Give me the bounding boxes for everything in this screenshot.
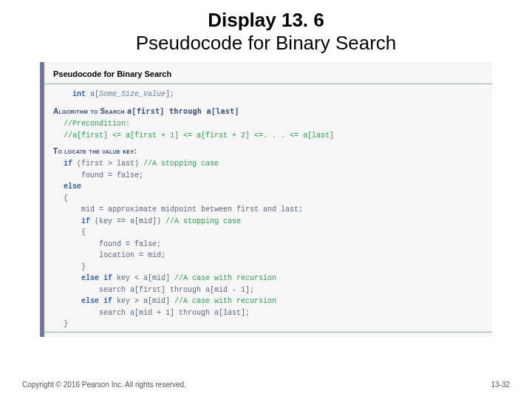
l-loc: location = mid;: [64, 251, 166, 259]
code-decl: int a[Some_Size_Value];: [53, 89, 492, 100]
l-ob2: {: [64, 228, 86, 236]
title-line1: Display 13. 6: [22, 9, 510, 32]
cm-stop2: //A stopping case: [166, 217, 241, 225]
algo-header: Algorithm to Search a[first] through a[l…: [53, 107, 239, 115]
decl-section: int a[Some_Size_Value];: [44, 84, 492, 102]
precond-block: //Precondition: //a[first] <= a[first + …: [44, 118, 492, 141]
cm-stop1: //A stopping case: [143, 160, 219, 168]
algo-header-code: a[first] through a[last]: [127, 107, 239, 115]
precond-line1: //Precondition:: [64, 120, 130, 128]
algo-header-section: Algorithm to Search a[first] through a[l…: [44, 101, 492, 118]
l-found1: found = false;: [64, 171, 143, 180]
figure-caption: Pseudocode for Binary Search: [44, 66, 492, 84]
l-cb: }: [64, 320, 68, 328]
cm-rec2: //A case with recursion: [174, 297, 276, 305]
copyright-footer: Copyright © 2016 Pearson Inc. All rights…: [22, 381, 186, 389]
l-mid: mid = approximate midpoint between first…: [64, 205, 303, 214]
title-block: Display 13. 6 Pseudocode for Binary Sear…: [22, 9, 510, 55]
slide: Display 13. 6 Pseudocode for Binary Sear…: [0, 0, 532, 399]
l-found2: found = false;: [64, 240, 161, 248]
precond-line2: //a[first] <= a[first + 1] <= a[first + …: [64, 132, 334, 140]
figure-rule: [44, 332, 492, 332]
l-s1: search a[first] through a[mid - 1];: [64, 286, 254, 294]
locate-header-section: To locate the value key:: [44, 141, 492, 158]
code-body: if (first > last) //A stopping case foun…: [44, 158, 492, 330]
page-number: 13-32: [491, 381, 510, 389]
l-cb2: }: [64, 263, 86, 271]
pseudocode-figure: Pseudocode for Binary Search int a[Some_…: [40, 62, 492, 337]
title-line2: Pseudocode for Binary Search: [22, 32, 510, 55]
l-s2: search a[mid + 1] through a[last];: [64, 309, 250, 317]
l-else: else: [64, 183, 81, 191]
locate-header: To locate the value key:: [53, 147, 137, 155]
l-ob: {: [64, 194, 68, 202]
cm-rec1: //A case with recursion: [174, 274, 276, 282]
algo-header-text: Algorithm to Search: [53, 107, 127, 115]
